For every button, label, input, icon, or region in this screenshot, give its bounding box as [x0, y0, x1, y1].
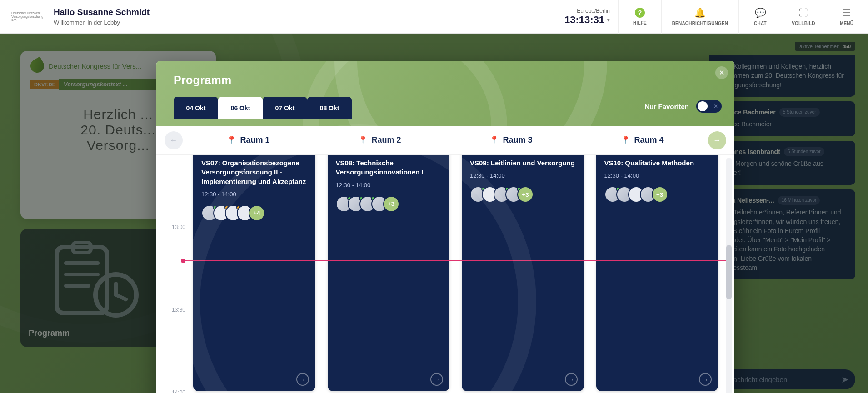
- arrow-right-icon: →: [713, 136, 721, 145]
- arrow-right-icon: →: [568, 376, 574, 383]
- avatar-more[interactable]: +3: [383, 196, 399, 212]
- status-dot-icon: [213, 205, 217, 210]
- date-tabs: 04 Okt 06 Okt 07 Okt 08 Okt: [174, 97, 717, 119]
- fullscreen-label: VOLLBILD: [792, 21, 815, 26]
- room-header-4: 📍Raum 4: [577, 135, 708, 145]
- arrow-left-icon: ←: [170, 136, 178, 145]
- avatar: [336, 196, 352, 212]
- status-dot-icon: [347, 196, 352, 201]
- speaker-avatars: +3: [604, 186, 710, 203]
- chat-button[interactable]: 💬 CHAT: [738, 0, 782, 34]
- fullscreen-icon: ⛶: [799, 8, 808, 18]
- event-time: 12:30 - 14:00: [201, 191, 307, 198]
- event-title: VS08: Technische Versorgungsinnovationen…: [336, 159, 442, 177]
- room-label: Raum 4: [634, 135, 663, 145]
- close-button[interactable]: ✕: [715, 66, 728, 79]
- rooms-prev-button[interactable]: ←: [165, 131, 183, 149]
- toggle-knob: [698, 101, 708, 111]
- open-event-button[interactable]: →: [699, 373, 712, 386]
- scrollbar-thumb[interactable]: [726, 245, 732, 299]
- fullscreen-button[interactable]: ⛶ VOLLBILD: [782, 0, 825, 34]
- avatar-more[interactable]: +3: [517, 186, 534, 203]
- time-label-1300: 13:00: [172, 224, 185, 230]
- time-axis: 13:00 13:30 14:00: [156, 155, 190, 393]
- avatar: [371, 196, 388, 212]
- avatar: [225, 205, 241, 221]
- header-actions: Europe/Berlin 13:13:31 ▾ ? HILFE 🔔 BENAC…: [556, 0, 868, 33]
- room-header-3: 📍Raum 3: [445, 135, 577, 145]
- clock-time: 13:13:31: [564, 14, 604, 26]
- timezone-label: Europe/Berlin: [564, 8, 610, 14]
- help-label: HILFE: [633, 20, 647, 25]
- pin-icon: 📍: [358, 135, 368, 145]
- status-dot-icon: [224, 205, 229, 210]
- avatar: [482, 186, 498, 203]
- menu-label: MENÜ: [840, 21, 853, 26]
- event-title: VS10: Qualitative Methoden: [604, 159, 710, 168]
- lanes: VS07: Organisationsbezogene Versorgungsf…: [190, 155, 721, 393]
- lane-room-1: VS07: Organisationsbezogene Versorgungsf…: [190, 155, 318, 393]
- help-icon: ?: [635, 8, 645, 18]
- open-event-button[interactable]: →: [565, 373, 578, 386]
- tab-date-3[interactable]: 08 Okt: [307, 97, 352, 119]
- status-dot-icon: [359, 196, 364, 201]
- avatar: [359, 196, 376, 212]
- time-label-1330: 13:30: [172, 307, 185, 313]
- bell-icon: 🔔: [694, 7, 706, 18]
- event-title: VS09: Leitlinien und Versorgung: [470, 159, 576, 168]
- favorites-label: Nur Favoriten: [644, 103, 689, 110]
- open-event-button[interactable]: →: [430, 373, 443, 386]
- event-card[interactable]: VS08: Technische Versorgungsinnovationen…: [328, 155, 450, 391]
- lane-room-4: VS10: Qualitative Methoden 12:30 - 14:00…: [593, 155, 721, 393]
- status-dot-icon: [236, 205, 241, 210]
- arrow-right-icon: →: [434, 376, 440, 383]
- close-icon: ✕: [719, 69, 725, 77]
- status-dot-icon: [371, 196, 375, 201]
- room-label: Raum 2: [371, 135, 401, 145]
- menu-button[interactable]: ☰ MENÜ: [825, 0, 868, 34]
- event-card[interactable]: VS10: Qualitative Methoden 12:30 - 14:00…: [596, 155, 718, 391]
- event-card[interactable]: VS07: Organisationsbezogene Versorgungsf…: [193, 155, 315, 391]
- speaker-avatars: +3: [470, 186, 576, 203]
- favorites-toggle[interactable]: ✕: [696, 100, 722, 113]
- clock-block[interactable]: Europe/Berlin 13:13:31 ▾: [556, 8, 618, 26]
- modal-header: ✕ Programm 04 Okt 06 Okt 07 Okt 08 Okt N…: [156, 61, 734, 126]
- speaker-avatars: +3: [336, 196, 442, 212]
- clock: 13:13:31 ▾: [564, 14, 610, 26]
- lane-room-2: VS08: Technische Versorgungsinnovationen…: [324, 155, 453, 393]
- status-dot-icon: [481, 187, 486, 191]
- arrow-right-icon: →: [703, 376, 708, 383]
- room-header-2: 📍Raum 2: [314, 135, 445, 145]
- avatar: [348, 196, 364, 212]
- pin-icon: 📍: [489, 135, 499, 145]
- modal-title: Programm: [174, 74, 717, 87]
- event-time: 12:30 - 14:00: [336, 182, 442, 189]
- avatar: [470, 186, 486, 203]
- pin-icon: 📍: [227, 135, 236, 145]
- lane-room-3: VS09: Leitlinien und Versorgung 12:30 - …: [459, 155, 587, 393]
- current-time-indicator: [184, 260, 726, 261]
- room-label: Raum 1: [240, 135, 269, 145]
- room-label: Raum 3: [503, 135, 532, 145]
- x-icon: ✕: [713, 103, 718, 109]
- avatar: [237, 205, 253, 221]
- tab-date-0[interactable]: 04 Okt: [174, 97, 218, 119]
- avatar-more[interactable]: +3: [652, 186, 668, 203]
- tab-date-1[interactable]: 06 Okt: [218, 97, 263, 119]
- open-event-button[interactable]: →: [296, 373, 309, 386]
- chevron-down-icon: ▾: [607, 17, 610, 23]
- event-card[interactable]: VS09: Leitlinien und Versorgung 12:30 - …: [462, 155, 584, 391]
- notifications-label: BENACHRICHTIGUNGEN: [672, 21, 728, 26]
- event-time: 12:30 - 14:00: [604, 172, 710, 179]
- speaker-avatars: +4: [201, 205, 307, 221]
- schedule-scrollbar[interactable]: [726, 158, 732, 393]
- schedule-grid[interactable]: 13:00 13:30 14:00 VS07: Organisationsbez…: [156, 155, 734, 393]
- rooms-next-button[interactable]: →: [708, 131, 726, 149]
- avatar-more[interactable]: +4: [249, 205, 265, 221]
- arrow-right-icon: →: [299, 376, 305, 383]
- programm-modal: ✕ Programm 04 Okt 06 Okt 07 Okt 08 Okt N…: [156, 61, 734, 393]
- notifications-button[interactable]: 🔔 BENACHRICHTIGUNGEN: [661, 0, 738, 34]
- help-button[interactable]: ? HILFE: [618, 0, 661, 34]
- tab-date-2[interactable]: 07 Okt: [263, 97, 307, 119]
- event-time: 12:30 - 14:00: [470, 172, 576, 179]
